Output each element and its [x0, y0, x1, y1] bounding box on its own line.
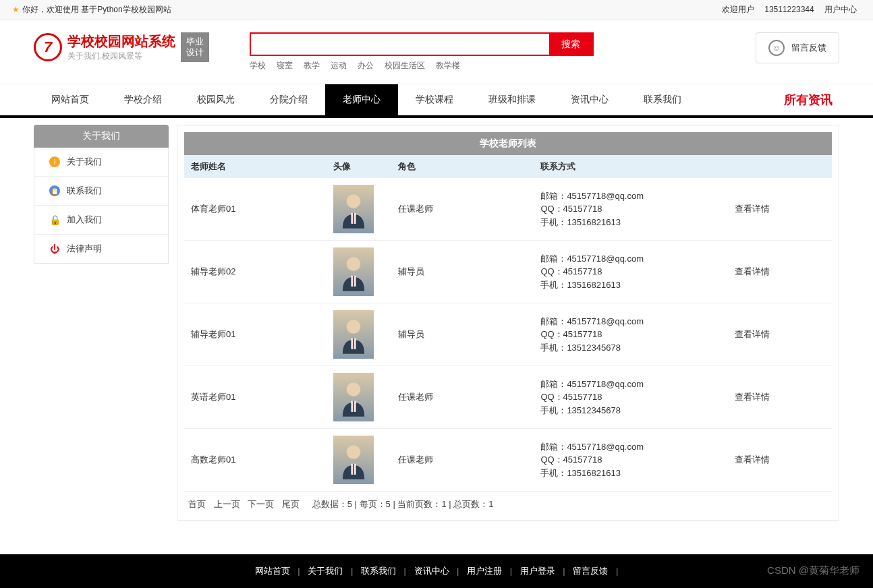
footer-link[interactable]: 网站首页: [255, 566, 290, 576]
search-tag[interactable]: 寝室: [277, 61, 293, 70]
search-tag[interactable]: 教学楼: [436, 61, 460, 70]
sidebar: 关于我们 i关于我们📋联系我们🔒加入我们⏻法律声明: [34, 125, 169, 521]
logo-badge: 毕业设计: [181, 32, 209, 61]
footer-link[interactable]: 联系我们: [361, 566, 396, 576]
nav-item[interactable]: 网站首页: [34, 84, 107, 115]
table-row: 辅导老师01辅导员邮箱：45157718@qq.comQQ：45157718手机…: [184, 303, 832, 366]
welcome-text: ★你好，欢迎使用 基于Python学校校园网站: [12, 4, 171, 16]
site-title: 学校校园网站系统: [67, 32, 175, 51]
svg-point-6: [347, 320, 361, 334]
sidebar-item[interactable]: 🔒加入我们: [34, 206, 168, 235]
star-icon: ★: [12, 5, 20, 14]
svg-rect-11: [353, 401, 354, 412]
svg-rect-5: [353, 276, 354, 287]
column-header: 头像: [327, 155, 391, 178]
teacher-contact: 邮箱：45157718@qq.comQQ：45157718手机：13516821…: [534, 429, 728, 492]
sidebar-item-label: 法律声明: [67, 243, 102, 255]
sidebar-item[interactable]: i关于我们: [34, 148, 168, 177]
logo-area[interactable]: 7 学校校园网站系统 关于我们.校园风景等 毕业设计: [34, 32, 209, 62]
sidebar-list: i关于我们📋联系我们🔒加入我们⏻法律声明: [34, 148, 169, 264]
table-row: 英语老师01任课老师邮箱：45157718@qq.comQQ：45157718手…: [184, 366, 832, 429]
main-nav: 网站首页学校介绍校园风光分院介绍老师中心学校课程班级和排课资讯中心联系我们所有资…: [0, 84, 873, 118]
detail-link[interactable]: 查看详情: [735, 266, 770, 276]
sidebar-title: 关于我们: [34, 125, 169, 148]
sidebar-item[interactable]: 📋联系我们: [34, 177, 168, 206]
topbar-right: 欢迎用户 13511223344 用户中心: [718, 4, 861, 16]
search-tag[interactable]: 办公: [358, 61, 374, 70]
table-header-row: 老师姓名头像角色联系方式: [184, 155, 832, 178]
teacher-table: 老师姓名头像角色联系方式 体育老师01任课老师邮箱：45157718@qq.co…: [184, 155, 832, 492]
teacher-contact: 邮箱：45157718@qq.comQQ：45157718手机：13512345…: [534, 303, 728, 366]
sidebar-item-label: 关于我们: [67, 156, 102, 168]
nav-all-news[interactable]: 所有资讯: [777, 92, 839, 108]
main-panel: 学校老师列表 老师姓名头像角色联系方式 体育老师01任课老师邮箱：4515771…: [177, 125, 839, 521]
headset-icon: ☺: [768, 40, 785, 56]
avatar: [333, 310, 374, 359]
nav-item[interactable]: 联系我们: [626, 84, 699, 115]
nav-item[interactable]: 班级和排课: [471, 84, 553, 115]
watermark: CSDN @黄菊华老师: [767, 564, 860, 577]
column-header: [728, 155, 832, 178]
sidebar-item[interactable]: ⏻法律声明: [34, 235, 168, 263]
search-area: 搜索 学校寝室教学运动办公校园生活区教学楼: [250, 32, 715, 71]
feedback-label: 留言反馈: [791, 42, 826, 54]
page-prev[interactable]: 上一页: [214, 499, 240, 509]
search-tag[interactable]: 校园生活区: [385, 61, 425, 70]
search-input[interactable]: [251, 34, 549, 55]
table-row: 辅导老师02辅导员邮箱：45157718@qq.comQQ：45157718手机…: [184, 241, 832, 303]
svg-point-9: [347, 382, 361, 396]
search-button[interactable]: 搜索: [549, 34, 592, 55]
search-tag[interactable]: 运动: [331, 61, 347, 70]
nav-item[interactable]: 学校课程: [398, 84, 471, 115]
table-row: 高数老师01任课老师邮箱：45157718@qq.comQQ：45157718手…: [184, 429, 832, 492]
sidebar-item-label: 加入我们: [67, 214, 102, 226]
detail-link[interactable]: 查看详情: [735, 392, 770, 402]
teacher-contact: 邮箱：45157718@qq.comQQ：45157718手机：13516821…: [534, 241, 728, 303]
logo-icon: 7: [34, 33, 62, 61]
teacher-name: 辅导老师01: [184, 303, 327, 366]
page-last[interactable]: 尾页: [282, 499, 300, 509]
detail-link[interactable]: 查看详情: [735, 329, 770, 339]
user-phone[interactable]: 13511223344: [764, 5, 814, 14]
search-tags: 学校寝室教学运动办公校园生活区教学楼: [250, 60, 715, 71]
nav-item[interactable]: 校园风光: [179, 84, 252, 115]
teacher-name: 体育老师01: [184, 178, 327, 241]
svg-point-12: [347, 445, 361, 459]
svg-rect-2: [353, 213, 354, 224]
column-header: 联系方式: [534, 155, 728, 178]
footer-link[interactable]: 用户注册: [467, 566, 502, 576]
teacher-contact: 邮箱：45157718@qq.comQQ：45157718手机：13512345…: [534, 366, 728, 429]
avatar: [333, 185, 374, 233]
lock-icon: 🔒: [49, 214, 60, 225]
footer-link[interactable]: 关于我们: [308, 566, 343, 576]
search-tag[interactable]: 教学: [304, 61, 320, 70]
table-row: 体育老师01任课老师邮箱：45157718@qq.comQQ：45157718手…: [184, 178, 832, 241]
site-subtitle: 关于我们.校园风景等: [67, 51, 175, 62]
avatar: [333, 436, 374, 484]
content: 关于我们 i关于我们📋联系我们🔒加入我们⏻法律声明 学校老师列表 老师姓名头像角…: [0, 118, 873, 541]
user-center-link[interactable]: 用户中心: [824, 5, 857, 14]
footer-link[interactable]: 资讯中心: [414, 566, 449, 576]
footer-link[interactable]: 用户登录: [520, 566, 555, 576]
detail-link[interactable]: 查看详情: [735, 204, 770, 214]
svg-point-0: [347, 194, 361, 208]
power-icon: ⏻: [49, 243, 60, 254]
welcome-user-label: 欢迎用户: [722, 5, 754, 14]
footer-link[interactable]: 留言反馈: [573, 566, 608, 576]
teacher-role: 辅导员: [391, 241, 534, 303]
footer-links: 网站首页 | 关于我们 | 联系我们 | 资讯中心 | 用户注册 | 用户登录 …: [0, 554, 873, 588]
detail-link[interactable]: 查看详情: [735, 454, 770, 465]
search-tag[interactable]: 学校: [250, 61, 266, 70]
avatar: [333, 373, 374, 421]
nav-item[interactable]: 资讯中心: [553, 84, 626, 115]
page-next[interactable]: 下一页: [248, 499, 274, 509]
header: 7 学校校园网站系统 关于我们.校园风景等 毕业设计 搜索 学校寝室教学运动办公…: [0, 20, 873, 71]
nav-item[interactable]: 学校介绍: [107, 84, 179, 115]
feedback-button[interactable]: ☺ 留言反馈: [756, 32, 839, 63]
info-icon: i: [49, 156, 60, 167]
nav-item[interactable]: 分院介绍: [252, 84, 325, 115]
sidebar-item-label: 联系我们: [67, 185, 102, 197]
column-header: 老师姓名: [184, 155, 327, 178]
page-first[interactable]: 首页: [188, 499, 206, 509]
nav-item[interactable]: 老师中心: [325, 84, 398, 115]
